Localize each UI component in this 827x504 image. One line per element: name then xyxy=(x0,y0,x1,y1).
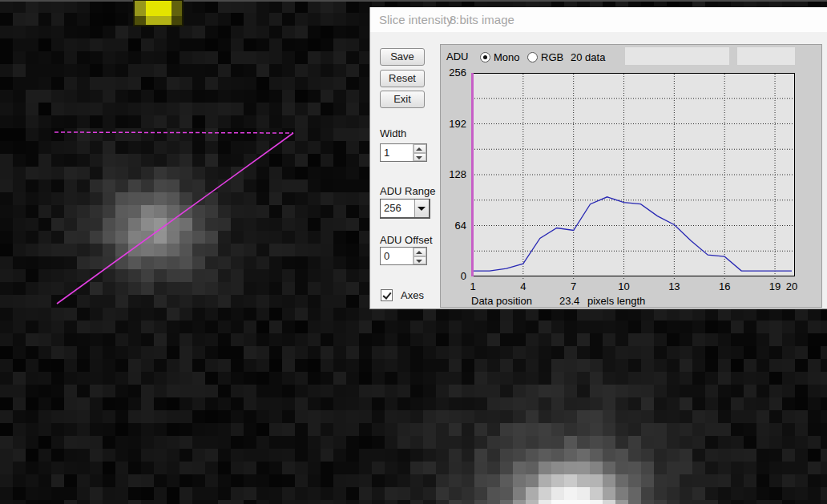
width-spin-down-icon[interactable] xyxy=(414,153,426,162)
axes-checkbox[interactable] xyxy=(381,289,393,301)
y-tick-label: 256 xyxy=(442,67,466,79)
axes-label: Axes xyxy=(401,289,424,301)
x-tick-label: 7 xyxy=(565,280,583,292)
y-tick-label: 64 xyxy=(442,220,466,232)
length-unit: pixels length xyxy=(587,295,645,307)
adu-offset-spin-down-icon[interactable] xyxy=(414,256,426,265)
data-count-label: 20 data xyxy=(571,51,605,63)
width-stepper[interactable]: 1 xyxy=(380,143,427,162)
y-tick-label: 192 xyxy=(442,118,466,130)
x-tick-label: 16 xyxy=(716,280,733,292)
length-value: 23.4 xyxy=(559,295,579,307)
exit-button[interactable]: Exit xyxy=(380,91,425,108)
slice-intensity-dialog: Slice intensity : 8 bits image Save Rese… xyxy=(369,7,827,309)
readout-field-1[interactable] xyxy=(625,47,729,65)
width-value[interactable]: 1 xyxy=(381,144,413,161)
x-tick-label: 4 xyxy=(514,280,532,292)
reset-button[interactable]: Reset xyxy=(380,70,425,87)
adu-offset-value[interactable]: 0 xyxy=(381,248,413,264)
chevron-down-icon[interactable] xyxy=(414,200,429,217)
x-tick-label: 13 xyxy=(665,280,683,292)
app-screen: Slice intensity : 8 bits image Save Rese… xyxy=(0,0,827,504)
slice-profile-chart xyxy=(471,73,795,280)
radio-rgb[interactable] xyxy=(527,52,538,62)
x-tick-label: 20 xyxy=(783,280,801,292)
radio-mono-label: Mono xyxy=(494,51,520,63)
chart-panel: ADU Mono RGB 20 data 064128192256 147101… xyxy=(440,44,822,308)
adu-offset-label: ADU Offset xyxy=(380,234,433,246)
width-label: Width xyxy=(380,127,406,139)
y-axis-title: ADU xyxy=(446,50,468,62)
radio-rgb-label: RGB xyxy=(541,51,563,63)
x-tick-label: 19 xyxy=(766,280,784,292)
adu-range-select[interactable]: 256 xyxy=(380,199,430,219)
y-tick-label: 128 xyxy=(442,168,466,180)
adu-offset-stepper[interactable]: 0 xyxy=(380,247,427,265)
dialog-subtitle: 8 bits image xyxy=(450,7,514,32)
x-axis-title: Data position xyxy=(471,295,532,307)
radio-mono[interactable] xyxy=(480,52,490,62)
x-axis-tick-labels: 1471013161920 xyxy=(441,280,823,293)
width-spin-up-icon[interactable] xyxy=(414,144,426,153)
readout-field-2[interactable] xyxy=(737,47,795,65)
dialog-titlebar[interactable]: Slice intensity : 8 bits image xyxy=(370,7,827,32)
save-button[interactable]: Save xyxy=(380,48,425,66)
x-tick-label: 1 xyxy=(464,280,482,292)
adu-range-value[interactable]: 256 xyxy=(381,200,414,217)
dialog-title: Slice intensity : xyxy=(379,7,459,32)
x-tick-label: 10 xyxy=(615,280,633,292)
adu-range-label: ADU Range xyxy=(380,185,435,197)
adu-offset-spin-up-icon[interactable] xyxy=(414,248,426,256)
